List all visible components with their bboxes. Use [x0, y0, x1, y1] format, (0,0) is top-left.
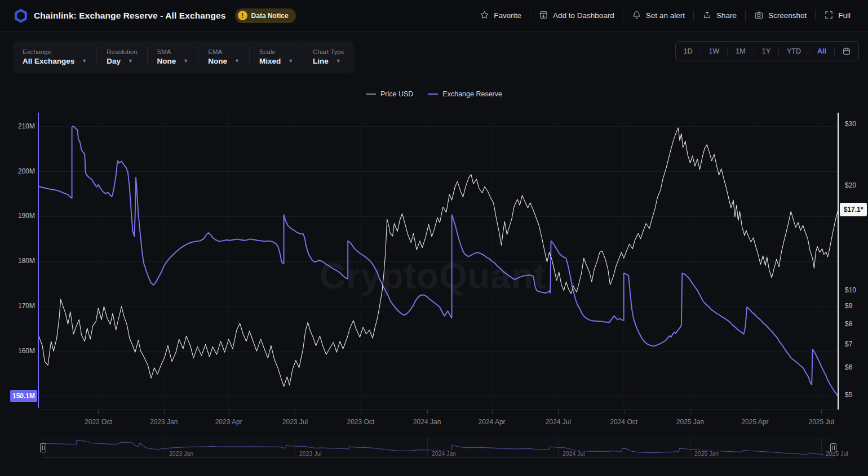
minimap-gridline — [295, 438, 295, 457]
range-button-1y[interactable]: 1Y — [754, 47, 778, 55]
reserve-current-value-badge: 150.1M — [10, 390, 37, 402]
left-axis-tick-label: 170M — [0, 302, 35, 310]
full-button[interactable]: Full — [816, 10, 859, 21]
x-axis-tick — [624, 410, 625, 413]
calendar-icon[interactable] — [835, 47, 858, 56]
x-axis-tick-label: 2025 Jan — [676, 418, 704, 426]
left-axis-line — [38, 113, 39, 408]
filters-bar: Exchange All Exchanges ▼Resolution Day ▼… — [13, 41, 354, 73]
share-icon — [702, 10, 712, 21]
left-axis-tick-label: 200M — [0, 167, 35, 175]
data-notice-badge[interactable]: ! Data Notice — [235, 8, 296, 23]
favorite-button[interactable]: Favorite — [471, 10, 530, 21]
filter-label: EMA — [208, 48, 240, 55]
left-axis-tick-label: 180M — [0, 257, 35, 265]
action-label: Share — [716, 11, 737, 20]
right-axis-tick-label: $20 — [845, 181, 856, 189]
filter-exchange[interactable]: Exchange All Exchanges ▼ — [13, 48, 96, 65]
x-axis-tick — [164, 410, 165, 413]
minimap-gridline — [558, 438, 559, 457]
filter-label: Chart Type — [313, 48, 344, 55]
legend-label: Price USD — [380, 90, 413, 98]
filter-scale[interactable]: Scale Mixed ▼ — [250, 48, 303, 65]
chainlink-logo-icon — [14, 8, 28, 23]
minimap-tick-label: 2023 Jan — [167, 450, 195, 457]
legend-item-exchange-reserve[interactable]: Exchange Reserve — [428, 90, 502, 98]
x-axis-tick-label: 2023 Jul — [282, 418, 308, 426]
range-button-ytd[interactable]: YTD — [779, 47, 809, 55]
minimap-right-handle[interactable] — [830, 443, 836, 452]
range-button-1w[interactable]: 1W — [701, 47, 728, 55]
chevron-down-icon: ▼ — [288, 58, 293, 64]
right-axis-tick-label: $10 — [845, 286, 856, 294]
x-axis-tick-label: 2024 Jul — [546, 418, 571, 426]
minimap-gridline — [427, 438, 428, 457]
right-axis-tick-label: $6 — [845, 363, 852, 371]
bell-icon — [632, 10, 641, 21]
header-actions: FavoriteAdd to DashboardSet an alertShar… — [471, 10, 868, 21]
left-axis-tick-label: 160M — [0, 347, 35, 355]
minimap-tick-label: 2023 Jul — [298, 450, 324, 457]
minimap-tick-label: 2024 Jan — [430, 450, 458, 457]
legend-item-price-usd[interactable]: Price USD — [366, 90, 413, 98]
left-axis-tick-label: 190M — [0, 212, 35, 220]
chevron-down-icon: ▼ — [82, 58, 87, 64]
minimap-gridline — [165, 438, 165, 457]
x-axis-tick — [492, 410, 493, 413]
range-button-all[interactable]: All — [809, 47, 834, 55]
range-button-1d[interactable]: 1D — [676, 47, 701, 55]
action-label: Screenshot — [768, 11, 807, 20]
x-axis-tick — [295, 410, 295, 413]
add-to-dashboard-button[interactable]: Add to Dashboard — [530, 10, 623, 21]
range-minimap[interactable]: 2023 Jan2023 Jul2024 Jan2024 Jul2025 Jan… — [43, 438, 834, 458]
add-dashboard-icon — [539, 10, 548, 21]
x-axis-tick — [690, 410, 690, 413]
minimap-gridline — [821, 438, 822, 457]
filter-label: Exchange — [23, 48, 87, 55]
star-icon — [480, 10, 489, 21]
x-axis-tick-label: 2025 Jul — [809, 418, 834, 426]
right-axis-line — [838, 113, 839, 410]
minimap-gridline — [690, 438, 690, 457]
x-axis-tick-label: 2025 Apr — [741, 418, 768, 426]
filter-value: None — [208, 57, 227, 65]
action-label: Favorite — [494, 11, 521, 20]
header-left: Chainlink: Exchange Reserve - All Exchan… — [0, 8, 296, 23]
set-an-alert-button[interactable]: Set an alert — [623, 10, 693, 21]
x-axis-tick-label: 2023 Oct — [347, 418, 374, 426]
minimap-left-handle[interactable] — [40, 443, 46, 452]
camera-icon — [754, 10, 764, 21]
minimap-tick-label: 2025 Jul — [824, 450, 850, 457]
right-axis-tick-label: $8 — [845, 320, 852, 328]
right-axis-tick-label: $5 — [845, 391, 852, 399]
range-button-1m[interactable]: 1M — [728, 47, 753, 55]
filter-sma[interactable]: SMA None ▼ — [148, 48, 198, 65]
filter-label: Scale — [259, 48, 293, 55]
page-title: Chainlink: Exchange Reserve - All Exchan… — [34, 11, 226, 21]
filter-ema[interactable]: EMA None ▼ — [198, 48, 249, 65]
action-label: Add to Dashboard — [553, 11, 614, 20]
x-axis-tick — [755, 410, 755, 413]
x-axis-tick — [427, 410, 428, 413]
chevron-down-icon: ▼ — [183, 58, 188, 64]
main-chart[interactable] — [38, 113, 838, 410]
screenshot-button[interactable]: Screenshot — [746, 10, 815, 21]
x-axis-tick-label: 2024 Apr — [479, 418, 506, 426]
filter-resolution[interactable]: Resolution Day ▼ — [97, 48, 147, 65]
filter-chart-type[interactable]: Chart Type Line ▼ — [303, 48, 354, 65]
filter-value: None — [157, 57, 176, 65]
right-axis-tick-label: $7 — [845, 340, 852, 348]
x-axis-tick-label: 2022 Oct — [85, 418, 112, 426]
filter-value: All Exchanges — [23, 57, 74, 65]
filter-value: Day — [107, 57, 121, 65]
x-axis-tick — [98, 410, 99, 413]
x-axis-tick-label: 2023 Jan — [150, 418, 178, 426]
time-range-selector: 1D1W1M1YYTDAll — [675, 41, 859, 61]
action-label: Set an alert — [646, 11, 685, 20]
right-axis-tick-label: $30 — [845, 120, 856, 128]
share-button[interactable]: Share — [694, 10, 745, 21]
filter-label: SMA — [157, 48, 189, 55]
legend-dash — [366, 94, 376, 95]
x-axis-tick — [558, 410, 559, 413]
price-current-value-badge: $17.1* — [840, 203, 867, 216]
